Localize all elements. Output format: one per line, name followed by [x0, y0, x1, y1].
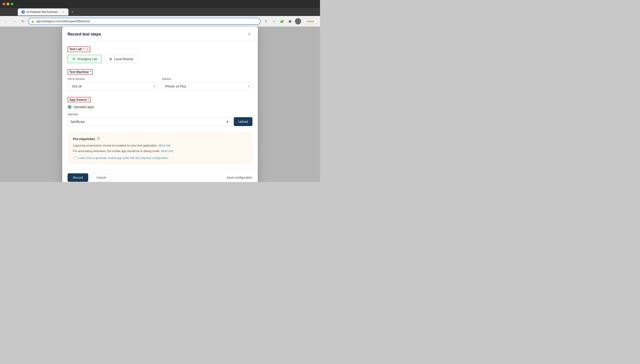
new-tab-btn[interactable]: +	[69, 9, 76, 15]
cancel-button[interactable]: Cancel	[91, 173, 112, 182]
reload-btn[interactable]: ↻	[20, 18, 26, 24]
os-version-group: OS & Version iOS 16	[68, 77, 158, 91]
test-machine-section: Test Machine * OS & Version iOS 16	[68, 69, 253, 91]
more-info-link-1[interactable]: More Info	[158, 144, 171, 147]
user-avatar[interactable]: 👤	[295, 18, 301, 24]
uploads-value: Spotify.ipa	[70, 120, 85, 124]
tab-close-btn[interactable]: ×	[62, 10, 65, 14]
device-chevron	[248, 85, 250, 88]
uploads-label: Uploads	[68, 112, 253, 116]
prereq-line-2: For automating webviews, the mobile app …	[73, 149, 247, 154]
device-group: Device iPhone 14 Plus	[162, 77, 253, 91]
forward-btn[interactable]: →	[11, 18, 17, 24]
traffic-light-green[interactable]	[11, 3, 13, 5]
learn-link[interactable]: Learn how to generate mobile app build w…	[78, 156, 168, 160]
uploaded-apps-radio[interactable]: Uploaded apps	[68, 105, 253, 109]
lock-icon: 🔒	[31, 20, 35, 23]
local-devices-icon: 🖥	[109, 57, 112, 61]
share-icon[interactable]: ⇪	[263, 18, 269, 24]
testsigma-lab-btn[interactable]: ⚙ Testsigma Lab	[68, 55, 102, 63]
test-lab-label-text: Test Lab	[69, 47, 82, 51]
testsigma-lab-label: Testsigma Lab	[77, 57, 97, 61]
prereq-help-icon: ⓘ	[97, 137, 100, 141]
test-lab-section: Test Lab * ⓘ ⚙ Testsigma Lab 🖥 Local Dev…	[68, 46, 253, 63]
record-test-steps-modal: Record test steps × Test Lab * ⓘ ⚙ Tests…	[62, 27, 258, 182]
device-label: Device	[162, 77, 253, 80]
uploads-select[interactable]: Spotify.ipa	[68, 117, 231, 126]
prereq-title: Pre-requisites ⓘ	[73, 137, 247, 141]
modal-close-btn[interactable]: ×	[246, 31, 253, 37]
modal-header: Record test steps ×	[62, 27, 258, 41]
prereq-learn-link-row: 📄 Learn how to generate mobile app build…	[73, 156, 247, 160]
tab-bar: T AI Powered Test Automation P... × +	[0, 8, 320, 16]
save-configuration-button[interactable]: Save configuration	[227, 176, 253, 179]
address-bar: ← → ↻ 🔒 app.testsigma.com/ui/td/cases/29…	[0, 16, 320, 27]
page-content: Record test steps × Test Lab * ⓘ ⚙ Tests…	[0, 27, 320, 182]
os-version-text: iOS 16	[72, 84, 82, 88]
upload-row: Spotify.ipa Upload	[68, 117, 253, 126]
app-source-label: App Source *	[68, 97, 91, 102]
browser-chrome	[0, 0, 320, 8]
modal-title: Record test steps	[68, 32, 101, 36]
os-version-label: OS & Version	[68, 77, 158, 80]
traffic-lights	[3, 3, 13, 5]
url-bar[interactable]: 🔒 app.testsigma.com/ui/td/cases/295/reco…	[28, 18, 261, 25]
tab-favicon: T	[21, 10, 25, 14]
footer-left: Record Cancel	[68, 173, 112, 182]
traffic-light-yellow[interactable]	[7, 3, 9, 5]
device-select[interactable]: iPhone 14 Plus	[162, 82, 253, 91]
device-value: iPhone 14 Plus	[165, 84, 186, 88]
os-version-value: iOS 16	[70, 84, 82, 88]
test-machine-form-row: OS & Version iOS 16 Device	[68, 77, 253, 91]
app-source-section: App Source * Uploaded apps Uploads Spoti…	[68, 97, 253, 126]
uploads-chevron	[227, 120, 228, 124]
extensions-icon[interactable]: 🧩	[279, 18, 285, 24]
url-text: app.testsigma.com/ui/td/cases/295/record	[36, 20, 258, 23]
test-machine-required: *	[90, 70, 91, 74]
reading-view-icon[interactable]: ▣	[287, 18, 293, 24]
uploaded-apps-label: Uploaded apps	[73, 105, 94, 109]
test-lab-required: *	[83, 47, 84, 51]
more-info-link-2[interactable]: More Info	[161, 149, 173, 153]
update-button[interactable]: Update	[303, 19, 317, 24]
tab-title: AI Powered Test Automation P...	[27, 10, 60, 14]
device-text: iPhone 14 Plus	[165, 84, 186, 88]
prerequisites-box: Pre-requisites ⓘ Capturing screenshots s…	[68, 132, 253, 164]
app-source-required: *	[88, 98, 89, 102]
uploaded-apps-radio-dot	[68, 105, 72, 109]
testsigma-lab-icon: ⚙	[72, 57, 75, 61]
lab-options: ⚙ Testsigma Lab 🖥 Local Devices	[68, 55, 253, 63]
test-machine-label-text: Test Machine	[69, 70, 89, 74]
app-source-label-text: App Source	[69, 98, 87, 102]
browser-actions: ⇪ ☆ 🧩 ▣ 👤 Update	[263, 18, 317, 24]
prereq-title-text: Pre-requisites	[73, 137, 95, 141]
local-devices-label: Local Devices	[114, 57, 133, 61]
os-version-chevron	[154, 85, 155, 88]
local-devices-btn[interactable]: 🖥 Local Devices	[104, 55, 138, 63]
modal-body: Test Lab * ⓘ ⚙ Testsigma Lab 🖥 Local Dev…	[62, 41, 258, 170]
prereq-line-1: Capturing screenshots should be enabled …	[73, 144, 247, 148]
os-version-select[interactable]: iOS 16	[68, 82, 158, 91]
test-lab-help-icon: ⓘ	[86, 48, 88, 51]
test-lab-label: Test Lab * ⓘ	[68, 46, 90, 52]
bookmark-icon[interactable]: ☆	[271, 18, 277, 24]
back-btn[interactable]: ←	[3, 18, 9, 24]
test-machine-label: Test Machine *	[68, 69, 93, 74]
active-tab[interactable]: T AI Powered Test Automation P... ×	[18, 8, 68, 16]
upload-button[interactable]: Upload	[234, 117, 253, 126]
record-button[interactable]: Record	[68, 173, 88, 182]
learn-link-icon: 📄	[73, 156, 77, 160]
modal-footer: Record Cancel Save configuration	[62, 170, 258, 182]
traffic-light-red[interactable]	[3, 3, 5, 5]
